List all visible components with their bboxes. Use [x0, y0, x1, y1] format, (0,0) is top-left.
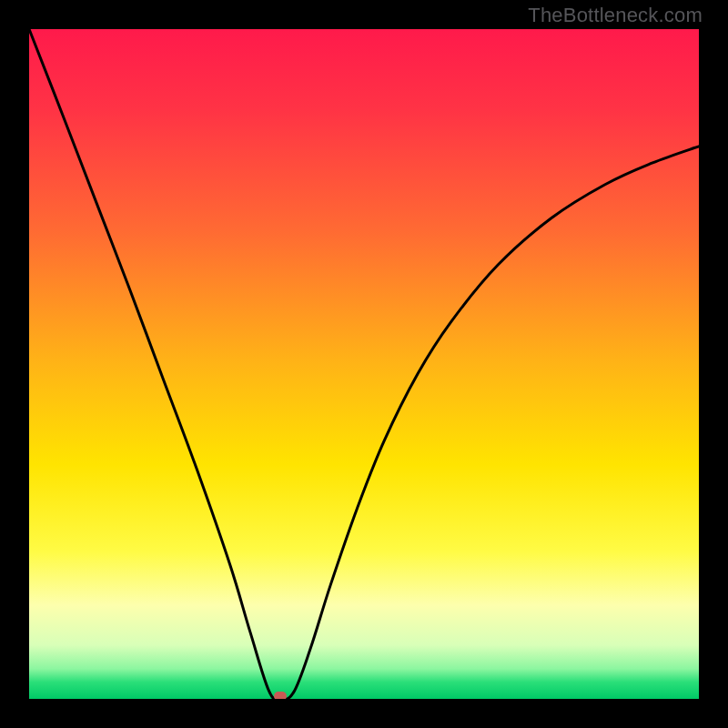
curve-layer: [29, 29, 699, 699]
bottleneck-curve: [29, 29, 699, 699]
plot-area: [29, 29, 699, 699]
watermark-text: TheBottleneck.com: [528, 4, 703, 27]
minimum-marker: [274, 692, 287, 699]
chart-frame: TheBottleneck.com: [0, 0, 728, 728]
